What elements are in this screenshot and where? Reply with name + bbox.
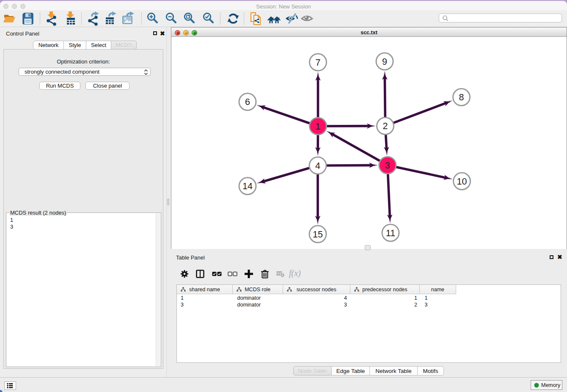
svg-text:1: 1	[316, 121, 321, 132]
svg-text:10: 10	[457, 177, 467, 187]
svg-text:11: 11	[386, 228, 395, 238]
svg-text:7: 7	[316, 58, 321, 68]
svg-text:9: 9	[382, 57, 387, 67]
svg-text:f(x): f(x)	[289, 269, 301, 278]
svg-text:14: 14	[242, 181, 253, 191]
svg-text:3: 3	[385, 160, 390, 171]
svg-text:4: 4	[315, 161, 320, 171]
svg-text:6: 6	[245, 97, 250, 107]
svg-text:2: 2	[383, 121, 388, 131]
svg-text:8: 8	[459, 92, 464, 102]
svg-text:15: 15	[313, 229, 323, 240]
